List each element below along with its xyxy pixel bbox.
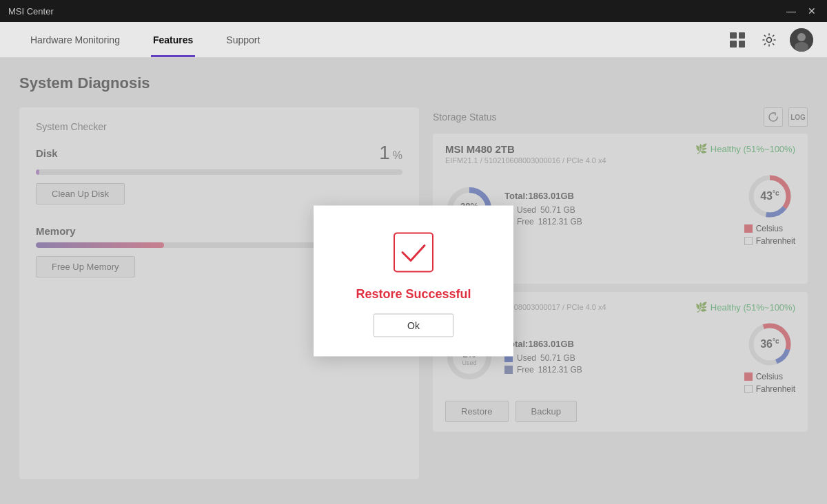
tab-hardware-monitoring[interactable]: Hardware Monitoring — [14, 22, 136, 57]
content-area: System Diagnosis System Checker Disk 1 % — [0, 58, 827, 504]
svg-rect-18 — [394, 233, 433, 272]
tab-features[interactable]: Features — [136, 22, 210, 57]
svg-point-0 — [767, 37, 772, 42]
nav-tabs: Hardware Monitoring Features Support — [14, 22, 276, 57]
settings-icon[interactable] — [758, 29, 780, 51]
success-checkmark-icon — [391, 231, 436, 275]
svg-point-2 — [797, 33, 806, 41]
modal-title: Restore Successful — [356, 287, 471, 302]
title-bar: MSI Center — ✕ — [0, 0, 827, 22]
minimize-button[interactable]: — — [784, 4, 798, 18]
main-window: Hardware Monitoring Features Support — [0, 22, 827, 504]
restore-successful-modal: Restore Successful Ok — [314, 206, 513, 357]
avatar[interactable] — [790, 28, 813, 52]
tab-support[interactable]: Support — [210, 22, 276, 57]
modal-ok-button[interactable]: Ok — [374, 314, 453, 337]
app-title: MSI Center — [8, 6, 54, 17]
nav-bar: Hardware Monitoring Features Support — [0, 22, 827, 58]
window-controls: — ✕ — [784, 4, 819, 18]
nav-right-controls — [726, 28, 813, 52]
close-button[interactable]: ✕ — [805, 4, 819, 18]
svg-point-3 — [795, 42, 808, 52]
grid-view-icon[interactable] — [726, 29, 748, 51]
